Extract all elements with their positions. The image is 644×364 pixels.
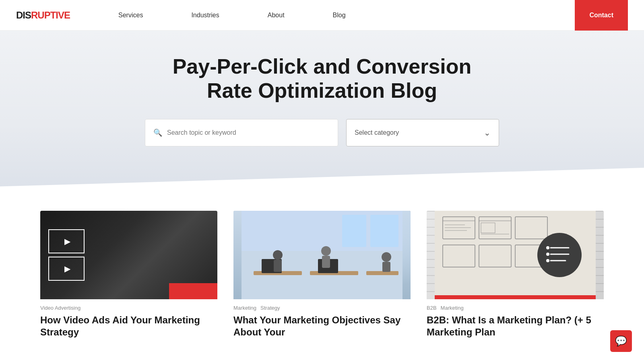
category-placeholder: Select category: [355, 129, 399, 136]
logo-ruptive: RUPTIVE: [31, 10, 70, 21]
card-image-camera: ▶ ▶: [40, 211, 217, 299]
cards-grid: ▶ ▶ Video Advertising How Video Ads Aid …: [40, 211, 604, 338]
nav-about[interactable]: About: [244, 12, 309, 19]
card-image-wireframe: [427, 211, 604, 299]
svg-rect-36: [435, 295, 596, 299]
nav-links: Services Industries About Blog: [94, 12, 575, 19]
svg-point-35: [546, 259, 549, 262]
play-button-large[interactable]: ▶: [48, 229, 85, 253]
svg-rect-2: [342, 215, 366, 247]
office-background: [233, 211, 411, 299]
search-box: 🔍: [145, 119, 338, 146]
card-video-advertising[interactable]: ▶ ▶ Video Advertising How Video Ads Aid …: [40, 211, 217, 338]
chat-button[interactable]: 💬: [610, 330, 632, 352]
svg-point-29: [537, 233, 582, 277]
red-corner-decoration: [169, 283, 217, 299]
svg-point-31: [546, 246, 549, 249]
card-tag-marketing2[interactable]: Marketing: [441, 305, 464, 311]
search-icon: 🔍: [153, 128, 162, 137]
office-scene: [233, 211, 411, 299]
svg-rect-14: [382, 262, 390, 272]
svg-rect-12: [322, 256, 330, 268]
card-tag-b2b[interactable]: B2B: [427, 305, 437, 311]
card-tag-video[interactable]: Video Advertising: [40, 305, 80, 311]
play-arrow-small: ▶: [64, 264, 70, 274]
wireframe-background: [427, 211, 604, 299]
navbar: DISRUPTIVE Services Industries About Blo…: [0, 0, 644, 31]
card-tag-marketing[interactable]: Marketing: [233, 305, 256, 311]
card-title-1: How Video Ads Aid Your Marketing Strateg…: [40, 314, 217, 338]
svg-rect-10: [274, 260, 282, 272]
nav-industries[interactable]: Industries: [167, 12, 243, 19]
card-marketing-objectives[interactable]: Marketing Strategy What Your Marketing O…: [233, 211, 411, 338]
card-title-2: What Your Marketing Objectives Say About…: [233, 314, 411, 338]
nav-services[interactable]: Services: [94, 12, 167, 19]
card-tag-strategy[interactable]: Strategy: [260, 305, 280, 311]
hero-section: Pay-Per-Click and Conversion Rate Optimi…: [0, 31, 644, 187]
play-button-small[interactable]: ▶: [48, 257, 85, 281]
svg-point-11: [321, 246, 331, 256]
card-image-office: [233, 211, 411, 299]
hero-title: Pay-Per-Click and Conversion Rate Optimi…: [165, 55, 479, 103]
card-tags-2: Marketing Strategy: [233, 305, 411, 311]
svg-point-13: [382, 252, 391, 262]
camera-background: ▶ ▶: [40, 211, 217, 299]
logo[interactable]: DISRUPTIVE: [16, 10, 70, 21]
chevron-down-icon: ⌄: [484, 128, 491, 138]
card-b2b-marketing-plan[interactable]: B2B Marketing B2B: What Is a Marketing P…: [427, 211, 604, 338]
svg-point-9: [273, 250, 283, 260]
svg-point-33: [546, 253, 549, 256]
nav-blog[interactable]: Blog: [309, 12, 370, 19]
svg-rect-6: [366, 271, 398, 275]
chat-icon: 💬: [615, 335, 627, 347]
card-tags-1: Video Advertising: [40, 305, 217, 311]
card-title-3: B2B: What Is a Marketing Plan? (+ 5 Mark…: [427, 314, 604, 338]
search-row: 🔍 Select category ⌄: [141, 119, 503, 146]
cards-section: ▶ ▶ Video Advertising How Video Ads Aid …: [0, 187, 644, 354]
logo-dis: DIS: [16, 10, 31, 21]
search-input[interactable]: [167, 129, 330, 136]
category-dropdown[interactable]: Select category ⌄: [346, 119, 499, 146]
card-tags-3: B2B Marketing: [427, 305, 604, 311]
svg-rect-3: [370, 215, 398, 247]
contact-button[interactable]: Contact: [575, 0, 628, 31]
play-arrow-large: ▶: [64, 236, 70, 246]
